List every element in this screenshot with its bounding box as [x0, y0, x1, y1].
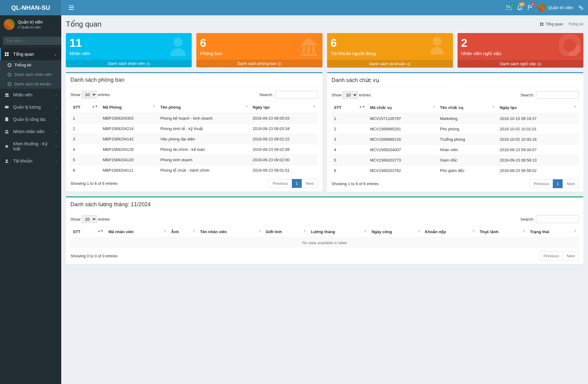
sidebar-subitem-0-1[interactable]: Danh sách nhân viên [0, 70, 61, 79]
page-title: Tổng quan [66, 20, 101, 28]
col-header[interactable]: Mã chức vụ⇅ [368, 102, 437, 114]
sort-icon: ⇅ [303, 229, 306, 233]
col-header[interactable]: Khoản nộp⇅ [423, 226, 477, 238]
col-header[interactable]: Lương tháng⇅ [308, 226, 369, 238]
table-info: Showing 1 to 6 of 6 entries [332, 181, 379, 186]
sort-icon: ⇅ [523, 229, 525, 233]
next-page-button[interactable]: Next [563, 252, 579, 260]
table-cell: 2019-10-02 10:01:01 [497, 124, 579, 134]
col-header[interactable]: Tên phòng⇅ [158, 102, 250, 113]
col-header[interactable]: Tên nhân viên⇅ [198, 226, 263, 238]
col-header[interactable]: Tên chức vụ⇅ [438, 102, 497, 114]
table-cell: 5 [332, 155, 368, 166]
arrow-right-icon [277, 62, 281, 66]
svg-point-28 [560, 36, 579, 54]
sidebar-subitem-0-2[interactable]: Danh sách tài khoản [0, 79, 61, 89]
col-header[interactable]: Ngày công⇅ [369, 226, 422, 238]
page-1-button[interactable]: 1 [292, 179, 302, 188]
sidebar-search-button[interactable] [61, 37, 61, 45]
stat-link-0[interactable]: Danh sách nhân viên [66, 60, 192, 67]
sidebar-item-1[interactable]: Nhân viên‹ [0, 89, 61, 101]
star-icon [5, 144, 9, 148]
table-cell: 2 [70, 124, 100, 134]
settings-button[interactable] [579, 5, 583, 10]
breadcrumb-root[interactable]: Tổng quan [545, 22, 563, 26]
prev-page-button[interactable]: Previous [530, 179, 553, 188]
sidebar-toggle-button[interactable] [66, 2, 77, 13]
col-header[interactable]: Mã nhân viên⇅ [106, 226, 169, 238]
sidebar-item-6[interactable]: Tài khoản‹ [0, 155, 61, 167]
avatar [4, 19, 15, 30]
col-header[interactable]: Mã Phòng⇅ [100, 102, 158, 113]
box-title: Danh sách phòng ban [70, 77, 124, 83]
entries-label: entries [98, 217, 110, 222]
sidebar-item-4[interactable]: Nhóm nhân viên‹ [0, 125, 61, 138]
table-cell: 2019-09-23 09:05:03 [250, 113, 318, 124]
prev-page-button[interactable]: Previous [540, 252, 563, 260]
sidebar-item-5[interactable]: Khen thưởng - Kỷ luật‹ [0, 138, 61, 155]
sort-icon: ⇅ [313, 105, 315, 108]
table-cell: MCV1569203773 [368, 155, 437, 166]
table-cell: Phòng kinh doanh [158, 155, 250, 165]
svg-point-17 [6, 159, 8, 161]
svg-point-11 [6, 106, 7, 108]
col-header[interactable]: STT▲▼ [70, 102, 100, 113]
search-label: Search: [520, 93, 534, 97]
sidebar-item-3[interactable]: Quản lý công tác‹ [0, 113, 61, 125]
col-header[interactable]: Thực lãnh⇅ [477, 226, 528, 238]
flags-button[interactable]: 9 [528, 5, 533, 10]
user-icon [5, 159, 9, 163]
circle-icon [8, 73, 11, 76]
sidebar-search-input[interactable] [3, 37, 61, 45]
col-header[interactable]: Ảnh⇅ [169, 226, 198, 238]
sort-icon: ⇅ [245, 105, 248, 108]
table-cell: MBP1569204142 [100, 134, 158, 144]
user-menu-button[interactable]: Quản trị viên [538, 4, 573, 12]
stat-link-2[interactable]: Danh sách tài khoản [327, 60, 453, 68]
prev-page-button[interactable]: Previous [269, 179, 292, 188]
brand-logo[interactable]: QL-NHAN-SU [0, 0, 61, 15]
table-cell: Phòng kế hoạch - kinh doanh [158, 113, 250, 124]
col-header[interactable]: STT▲▼ [70, 226, 106, 238]
col-header[interactable]: Ngày tạo⇅ [497, 102, 579, 114]
stat-icon [428, 35, 450, 56]
dashboard-icon [5, 52, 9, 56]
sort-icon: ⇅ [574, 229, 576, 233]
table-info: Showing 0 to 0 of 0 entries [70, 254, 118, 258]
chevron-icon: ⌄ [54, 53, 57, 56]
table-cell: MBP1569204120 [100, 155, 158, 165]
page-size-select[interactable]: 10 [82, 215, 97, 223]
phongban-box: Danh sách phòng ban Show10entries Search… [66, 72, 322, 192]
stat-link-3[interactable]: Danh sách nghỉ việc [458, 60, 583, 68]
col-header[interactable]: STT▲▼ [332, 102, 368, 114]
notifications-button[interactable]: 10 [517, 5, 522, 10]
sidebar-subitem-0-0[interactable]: Thống kê [0, 60, 61, 70]
table-cell: 6 [70, 165, 100, 176]
messages-button[interactable]: 4 [506, 6, 512, 10]
next-page-button[interactable]: Next [563, 179, 579, 188]
svg-point-16 [6, 130, 7, 131]
sort-icon: ⇅ [472, 229, 475, 233]
svg-rect-19 [542, 23, 543, 24]
sidebar-item-0[interactable]: Tổng quan⌄ [0, 48, 61, 60]
sidebar-item-2[interactable]: Quản lý lương‹ [0, 101, 61, 113]
col-header[interactable]: Ngày tạo⇅ [250, 102, 318, 113]
table-search-input[interactable] [536, 91, 579, 99]
page-size-select[interactable]: 10 [82, 91, 97, 99]
col-header[interactable]: Giới tính⇅ [263, 226, 309, 238]
menu-label: Quản lý lương [13, 105, 41, 110]
table-search-input[interactable] [536, 215, 579, 223]
table-cell: 2019-09-23 09:01:51 [250, 165, 318, 176]
stat-link-1[interactable]: Danh sách phòng ban [196, 60, 322, 67]
table-search-input[interactable] [275, 91, 318, 99]
col-header[interactable]: Trạng thái⇅ [528, 226, 579, 238]
table-cell: MBP1569204111 [100, 165, 158, 176]
svg-point-9 [7, 93, 9, 95]
page-size-select[interactable]: 10 [343, 91, 358, 99]
avatar [538, 4, 546, 12]
search-label: Search: [259, 92, 273, 97]
table-cell: Phòng tổ chức - hành chính [158, 165, 250, 176]
next-page-button[interactable]: Next [302, 179, 318, 188]
page-1-button[interactable]: 1 [553, 179, 563, 188]
submenu-label: Thống kê [14, 63, 31, 67]
